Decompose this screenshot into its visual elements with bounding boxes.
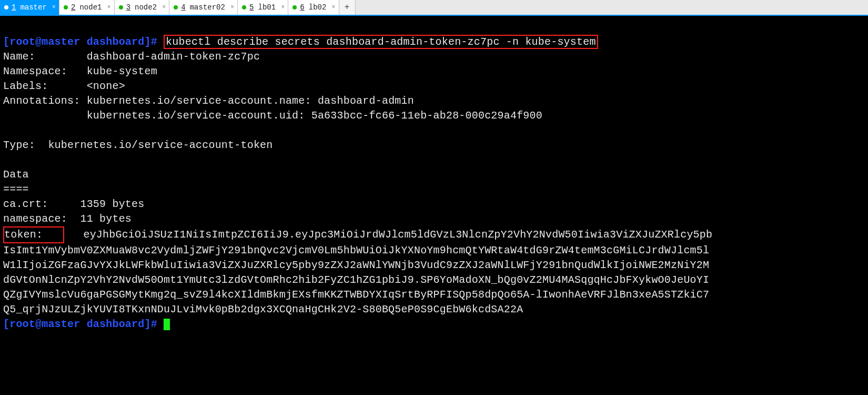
status-dot-icon: [174, 5, 178, 9]
close-icon[interactable]: ×: [281, 4, 285, 11]
output-type: Type: kubernetes.io/service-account-toke…: [3, 139, 272, 151]
output-token-line: dGVtOnNlcnZpY2VhY2NvdW50Omt1YmUtc3lzdGVt…: [3, 274, 709, 286]
close-icon[interactable]: ×: [331, 4, 335, 11]
tab-number: 4: [181, 3, 186, 12]
output-labels-label: Labels:: [3, 80, 87, 92]
tab-number: 5: [249, 3, 255, 12]
output-token-line: IsImt1YmVybmV0ZXMuaW8vc2VydmljZWFjY291bn…: [3, 244, 709, 256]
tab-node2[interactable]: 3 node2 ×: [115, 0, 170, 15]
tab-label: node2: [135, 3, 157, 12]
highlight-token: token:: [3, 226, 64, 243]
tab-lb01[interactable]: 5 lb01 ×: [238, 0, 288, 15]
tab-master[interactable]: 1 master ×: [0, 0, 59, 15]
output-namespace-value: kube-system: [87, 65, 157, 77]
output-namespace-label: Namespace:: [3, 65, 87, 77]
prompt-open: [: [3, 36, 9, 48]
prompt-close: ]: [144, 36, 150, 48]
tab-lb02[interactable]: 6 lb02 ×: [288, 0, 339, 15]
tab-number: 6: [300, 3, 305, 12]
tab-master02[interactable]: 4 master02 ×: [169, 0, 238, 15]
tab-label: lb02: [309, 3, 327, 12]
status-dot-icon: [292, 5, 297, 9]
output-name-value: dashboard-admin-token-zc7pc: [87, 51, 260, 63]
output-token-line: QZgIVYmslcVu6gaPGSGMytKmg2q_svZ9l4kcXIld…: [3, 289, 709, 301]
tab-node1[interactable]: 2 node1 ×: [59, 0, 115, 15]
add-tab-button[interactable]: +: [339, 0, 356, 15]
close-icon[interactable]: ×: [107, 4, 110, 11]
tab-label: master02: [190, 3, 225, 12]
output-token-label: token:: [4, 229, 62, 241]
status-dot-icon: [64, 5, 68, 9]
prompt-user-host: root@master: [9, 36, 80, 48]
prompt-path: dashboard: [87, 36, 145, 48]
output-annotations-label: Annotations:: [3, 95, 87, 107]
output-labels-value: <none>: [87, 80, 125, 92]
command-text: kubectl describe secrets dashboard-admin…: [166, 36, 596, 48]
output-namespace-bytes-value: 11 bytes: [80, 213, 132, 225]
tab-number: 1: [12, 3, 17, 12]
output-namespace-bytes-label: namespace:: [3, 213, 80, 225]
output-annotation-1: kubernetes.io/service-account.name: dash…: [87, 95, 414, 107]
terminal[interactable]: [root@master dashboard]# kubectl describ…: [0, 16, 868, 336]
prompt-hash: #: [151, 36, 157, 48]
highlight-command: kubectl describe secrets dashboard-admin…: [164, 35, 598, 49]
tab-bar: 1 master × 2 node1 × 3 node2 × 4 master0…: [0, 0, 868, 16]
output-cacrt-value: 1359 bytes: [80, 198, 144, 210]
tab-label: node1: [79, 3, 102, 12]
status-dot-icon: [242, 5, 246, 9]
output-token-line: eyJhbGciOiJSUzI1NiIsImtpZCI6IiJ9.eyJpc3M…: [83, 229, 712, 241]
close-icon[interactable]: ×: [230, 4, 234, 11]
output-token-line: W1lIjoiZGFzaGJvYXJkLWFkbWluIiwia3ViZXJuZ…: [3, 259, 709, 271]
tab-number: 3: [126, 3, 132, 12]
output-data-header: Data: [3, 169, 29, 181]
output-data-bar: ====: [3, 183, 29, 195]
output-token-line: Q5_qrjNJzULZjkYUVI8TKxnNDuJLviMvk0pBb2dg…: [3, 303, 523, 315]
status-dot-icon: [4, 5, 8, 9]
output-annotation-2: kubernetes.io/service-account.uid: 5a633…: [87, 110, 542, 122]
output-cacrt-label: ca.crt:: [3, 198, 80, 210]
tab-number: 2: [71, 3, 76, 12]
tab-label: lb01: [258, 3, 276, 12]
close-icon[interactable]: ×: [52, 4, 56, 11]
tab-label: master: [20, 3, 46, 12]
close-icon[interactable]: ×: [162, 4, 166, 11]
cursor-icon: [164, 319, 170, 330]
status-dot-icon: [119, 5, 123, 9]
output-name-label: Name:: [3, 51, 87, 63]
